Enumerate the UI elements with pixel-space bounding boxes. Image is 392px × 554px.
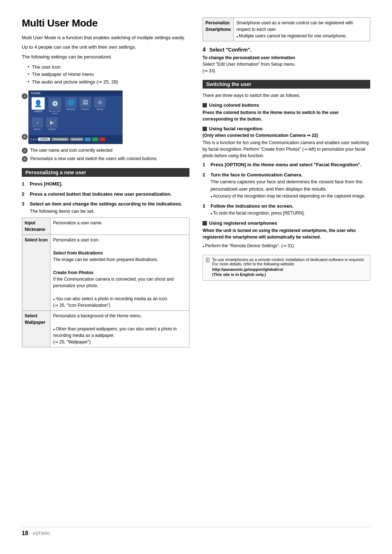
screen-icon-setup: ⚙ Setup [94, 97, 106, 114]
smartphone-header: PersonalizeSmartphone [203, 18, 234, 41]
intro-text-2: Up to 4 people can use the unit with the… [22, 44, 189, 51]
intro-text-1: Multi User Mode is a function that enabl… [22, 34, 189, 41]
bluray-icon-label: Blu-ray Disc Player [48, 110, 62, 114]
page: Multi User Mode Multi User Mode is a fun… [0, 0, 392, 554]
facial-recognition-title: Using facial recognition [209, 126, 262, 131]
videos-icon-box: ▶ [46, 117, 58, 127]
smartphones-bold-text: When the unit is turned on using the reg… [203, 227, 370, 240]
screen-icon-photos: 🖼 Photos [79, 97, 91, 114]
icon-bullet: You can also select a photo in recording… [53, 296, 168, 308]
left-column: Multi User Mode Multi User Mode is a fun… [22, 17, 189, 520]
step-1: 1 Press [HOME]. [22, 180, 189, 188]
facial-step-3-bullet: To redo the facial recognition, press [R… [211, 211, 305, 216]
colored-buttons-text: Press the colored buttons in the Home me… [203, 109, 370, 122]
facial-note: (Only when connected to Communication Ca… [203, 133, 370, 138]
setup-icon-label: Setup [97, 108, 103, 110]
list-item-3: The audio and picture settings (⇒ 25, 28… [28, 78, 189, 86]
facial-step-2-bullet: Accuracy of the recognition may be reduc… [211, 194, 366, 199]
smartphones-title: Using registered smartphones [209, 220, 277, 226]
smartphones-section: Using registered smartphones [203, 220, 370, 226]
step-2: 2 Press a colored button that indicates … [22, 191, 189, 198]
screen-bottom-bar: USER1 Personalize 2nd user [29, 135, 122, 144]
facial-step-3-bold: Follow the indications on the screen. [211, 203, 293, 209]
page-number: 18 [22, 530, 28, 537]
nav-dot-2 [33, 139, 34, 140]
smartphone-content: Smartphone used as a remote control can … [234, 18, 370, 41]
wallpaper-header: SelectWallpaper [22, 311, 50, 347]
red-btn [99, 138, 105, 141]
screen-icons-grid: 👤 USER1 💿 Blu-ray Disc Player 🌐 Network [29, 96, 122, 132]
nickname-content: Personalize a user name. [50, 218, 189, 235]
facial-step-2: 2 Turn the face to Communication Camera.… [203, 171, 370, 200]
user-icon-label: USER1 [34, 110, 42, 113]
list-item-2: The wallpaper of Home menu [28, 71, 189, 78]
screen-icon-user: 👤 USER1 [32, 97, 45, 114]
user1-label: USER1 [38, 138, 50, 141]
caption-b-text: Personalize a new user and switch the us… [30, 156, 158, 161]
facial-step-1-bold: Press [OPTION] in the Home menu and sele… [211, 162, 362, 167]
facial-recognition-section: Using facial recognition [203, 126, 370, 131]
table-row-nickname: InputNickname Personalize a user name. [22, 218, 189, 235]
label-a: A [22, 93, 28, 99]
personalize-list: The user icon The wallpaper of Home menu… [28, 64, 189, 86]
wallpaper-bullet: Other than prepared wallpapers, you can … [53, 326, 177, 345]
personalize-label: Personalize [52, 138, 69, 141]
change-info-text: Select "Edit User Information" from Setu… [203, 61, 370, 74]
nav-dot-3 [35, 138, 37, 140]
colored-buttons-title: Using colored buttons [209, 102, 259, 108]
2nd-user-label: 2nd user [70, 138, 83, 141]
notes-box: i To use smartphones as a remote control… [203, 255, 370, 281]
switching-section-header: Switching the user [203, 80, 370, 89]
facial-step-3: 3 Follow the indications on the screen. … [203, 203, 370, 217]
smartphones-bullet: Perform the "Remote Device Settings". (⇒… [203, 243, 294, 248]
info-icon: i [206, 257, 209, 262]
screen-icon-bluray: 💿 Blu-ray Disc Player [48, 97, 62, 114]
step-3-sub: The following items can be set. [30, 208, 94, 214]
smartphone-bullet: Multiple users cannot be registered for … [236, 33, 347, 38]
settings-table: InputNickname Personalize a user name. S… [22, 217, 189, 347]
square-bullet-1 [203, 103, 207, 107]
square-bullet-3 [203, 221, 207, 225]
nickname-header: InputNickname [22, 218, 50, 235]
icon-content: Personalize a user icon. Select from Ill… [50, 235, 189, 311]
photos-label: Create from Photos [53, 270, 93, 275]
note-row-1: i To use smartphones as a remote control… [206, 257, 367, 277]
screen-icon-network: 🌐 Network [65, 97, 77, 114]
list-item-1: The user icon [28, 64, 189, 71]
network-icon-label: Network [66, 108, 75, 110]
screenshot-box: HOME 👤 USER1 💿 Blu-ray Disc Player [28, 90, 123, 144]
step-4: 4 Select "Confirm". [203, 46, 370, 53]
note-link: http://panasonic.jp/support/global/cs/ [212, 267, 367, 272]
square-bullet-2 [203, 127, 207, 131]
step-4-text: Select "Confirm". [209, 47, 252, 53]
step-3-bold: Select an item and change the settings a… [30, 201, 182, 207]
setup-icon-box: ⚙ [94, 97, 106, 107]
facial-step-2-bold: Turn the face to Communication Camera. [211, 172, 302, 178]
music-icon-label: Music [34, 128, 41, 130]
switch-intro: There are three ways to switch the user … [203, 92, 370, 99]
page-title: Multi User Mode [22, 17, 189, 29]
step-1-text: Press [HOME]. [30, 181, 62, 187]
nav-icons [30, 138, 37, 140]
step-2-bold: Press a colored button that indicates ne… [30, 191, 172, 197]
facial-step-1: 1 Press [OPTION] in the Home menu and se… [203, 161, 370, 168]
caption-b-letter: B [22, 156, 28, 162]
caption-a-row: A The user name and icon currently selec… [22, 147, 189, 154]
smartphone-table: PersonalizeSmartphone Smartphone used as… [203, 17, 370, 41]
intro-text-3: The following settings can be personaliz… [22, 53, 189, 61]
screenshot-container: A B HOME 👤 USER1 [28, 90, 189, 144]
icon-header: Select Icon [22, 235, 50, 311]
table-row-icon: Select Icon Personalize a user icon. Sel… [22, 235, 189, 311]
note-eng: (This site is in English only.) [212, 272, 367, 277]
right-column: PersonalizeSmartphone Smartphone used as… [203, 17, 370, 520]
smartphone-row: PersonalizeSmartphone Smartphone used as… [203, 18, 370, 41]
step-3: 3 Select an item and change the settings… [22, 200, 189, 215]
screen-top-bar: HOME [29, 91, 122, 96]
home-label: HOME [31, 91, 41, 95]
label-b: B [22, 134, 28, 140]
green-btn [92, 138, 98, 141]
screen-icon-music: ♪ Music [32, 117, 43, 130]
network-icon-box: 🌐 [65, 97, 77, 107]
facial-body: This is a function for fun using the Com… [203, 139, 370, 159]
music-icon-box: ♪ [32, 117, 43, 127]
